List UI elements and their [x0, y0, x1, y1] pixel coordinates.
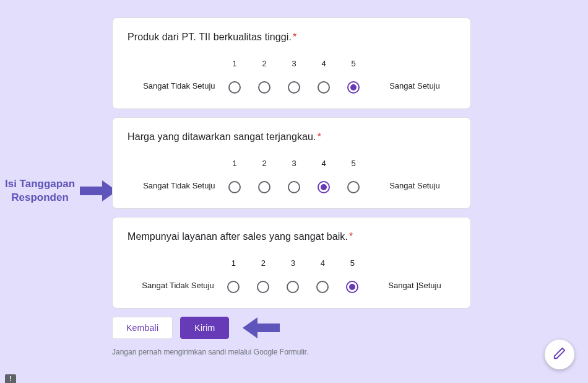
form-column: Produk dari PT. TII berkualitas tinggi.*…: [112, 0, 471, 356]
scale-options: 1 2 3 4 5: [228, 159, 360, 193]
scale-left-label: Sangat Tidak Setuju: [143, 180, 217, 193]
submit-button[interactable]: Kirim: [180, 317, 229, 339]
scale-left-label: Sangat Tidak Setuju: [143, 80, 217, 94]
radio-option-5[interactable]: [347, 81, 360, 94]
likert-scale: Sangat Tidak Setuju 1 2 3 4 5 Sangat Set…: [128, 59, 456, 94]
question-title: Produk dari PT. TII berkualitas tinggi.*: [128, 32, 456, 43]
question-title: Harga yang ditawarkan sangat terjangkau.…: [128, 131, 456, 143]
question-card: Produk dari PT. TII berkualitas tinggi.*…: [112, 17, 471, 109]
annotation-callout: Isi Tanggapan Responden: [5, 177, 117, 205]
scale-options: 1 2 3 4 5: [227, 258, 358, 293]
required-star-icon: *: [318, 131, 321, 142]
arrow-left-icon: [243, 317, 280, 338]
report-problem-button[interactable]: !: [5, 374, 16, 383]
radio-option-5[interactable]: [346, 281, 358, 293]
required-star-icon: *: [293, 32, 296, 42]
radio-option-3[interactable]: [288, 81, 300, 94]
footer-warning: Jangan pernah mengirimkan sandi melalui …: [112, 348, 471, 356]
scale-options: 1 2 3 4 5: [228, 59, 360, 94]
likert-scale: Sangat Tidak Setuju 1 2 3 4 5 Sangat ]Se…: [128, 258, 456, 293]
scale-right-label: Sangat Setuju: [371, 80, 440, 94]
radio-option-2[interactable]: [258, 181, 270, 193]
scale-left-label: Sangat Tidak Setuju: [142, 280, 216, 293]
exclamation-icon: !: [9, 375, 12, 382]
back-button[interactable]: Kembali: [112, 317, 173, 339]
radio-option-5[interactable]: [347, 181, 360, 193]
radio-option-1[interactable]: [228, 81, 241, 94]
radio-option-3[interactable]: [287, 281, 299, 293]
radio-option-4[interactable]: [318, 181, 330, 193]
radio-option-4[interactable]: [318, 81, 330, 94]
scale-right-label: Sangat ]Setuju: [370, 280, 441, 293]
question-title: Mempunyai layanan after sales yang sanga…: [128, 231, 456, 242]
scale-right-label: Sangat Setuju: [371, 180, 440, 193]
question-card: Mempunyai layanan after sales yang sanga…: [112, 217, 471, 309]
edit-fab[interactable]: [545, 340, 574, 369]
radio-option-1[interactable]: [228, 181, 241, 193]
required-star-icon: *: [349, 231, 353, 242]
likert-scale: Sangat Tidak Setuju 1 2 3 4 5 Sangat Set…: [128, 159, 456, 193]
radio-option-2[interactable]: [257, 281, 269, 293]
radio-option-3[interactable]: [288, 181, 300, 193]
button-row: Kembali Kirim: [112, 317, 471, 339]
annotation-text: Isi Tanggapan Responden: [5, 177, 75, 205]
question-card: Harga yang ditawarkan sangat terjangkau.…: [112, 117, 471, 209]
radio-option-2[interactable]: [258, 81, 270, 94]
pencil-icon: [553, 346, 566, 363]
radio-option-1[interactable]: [227, 281, 240, 293]
radio-option-4[interactable]: [316, 281, 329, 293]
